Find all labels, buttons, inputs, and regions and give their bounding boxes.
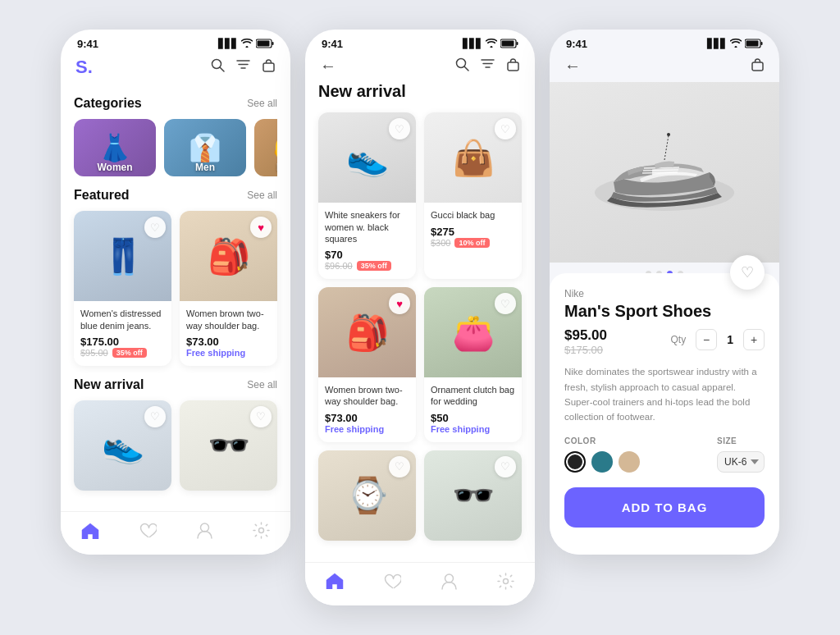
arrival-prod-name-3: Women brown two-way shoulder bag. — [325, 384, 409, 408]
color-label: COLOR — [564, 436, 640, 445]
wishlist-p2-3[interactable]: ♥ — [389, 293, 410, 314]
new-arrival-preview: 👟 ♡ 🕶️ ♡ — [74, 400, 277, 491]
arrival-badge-2: 10% off — [454, 238, 489, 248]
product-name-2: Women brown two-way shoulder bag. — [186, 308, 271, 331]
price-main-2: $73.00 — [186, 336, 219, 348]
app-logo-1: S. — [75, 57, 93, 78]
arrival-price-3: $73.00 — [325, 412, 358, 424]
categories-see-all[interactable]: See all — [247, 98, 277, 109]
arrival-row-3: ⌚ ♡ 🕶️ ♡ — [318, 450, 522, 541]
category-men[interactable]: 👔 Men — [164, 119, 246, 176]
arrival-product-3[interactable]: 🎒 ♥ Women brown two-way shoulder bag. $7… — [318, 287, 416, 442]
filter-icon-2[interactable] — [481, 57, 495, 75]
heart-nav-1[interactable] — [139, 523, 157, 542]
phones-container: 9:41 ▋▋▋ S. — [61, 30, 779, 605]
arrival-product-1[interactable]: 👟 ♡ White sneakers for women w. black sq… — [318, 112, 416, 279]
bag-icon-2[interactable] — [506, 57, 520, 75]
qty-decrease-btn[interactable]: − — [696, 329, 717, 350]
price-old-1: $95.00 — [80, 348, 108, 358]
color-swatch-teal[interactable] — [591, 451, 613, 473]
nav-icons-1 — [211, 58, 276, 76]
svg-line-4 — [220, 67, 224, 71]
heart-nav-2[interactable] — [384, 573, 401, 593]
featured-product-1[interactable]: 👖 ♡ Women's distressed blue denim jeans.… — [74, 211, 171, 366]
settings-nav-1[interactable] — [253, 522, 270, 543]
phone-1: 9:41 ▋▋▋ S. — [61, 30, 290, 555]
arrival-product-5[interactable]: ⌚ ♡ — [318, 450, 416, 541]
arrival-old-price-1: $96.00 — [325, 261, 353, 271]
color-swatch-black[interactable] — [564, 451, 586, 473]
wishlist-p2-5[interactable]: ♡ — [389, 456, 410, 477]
svg-line-29 — [642, 172, 678, 173]
free-shipping-2: Free shipping — [186, 348, 271, 358]
color-swatch-beige[interactable] — [619, 451, 640, 473]
wishlist-detail-btn[interactable]: ♡ — [730, 255, 765, 290]
arrival-price-row-1: $70 — [325, 249, 409, 261]
svg-point-10 — [259, 528, 264, 533]
category-men-label: Men — [164, 158, 246, 176]
svg-line-15 — [464, 66, 468, 71]
arrival-product-2[interactable]: 👜 ♡ Gucci black bag $275 $300 10% off — [424, 112, 522, 279]
qty-row: Qty − 1 + — [671, 329, 765, 350]
back-btn-3[interactable]: ← — [564, 57, 581, 75]
settings-nav-2[interactable] — [497, 573, 514, 594]
wishlist-p2-4[interactable]: ♡ — [495, 293, 516, 314]
new-arrival-preview-2[interactable]: 🕶️ ♡ — [180, 400, 277, 491]
featured-product-2[interactable]: 🎒 ♥ Women brown two-way shoulder bag. $7… — [180, 211, 277, 366]
arrival-old-price-2: $300 — [431, 238, 450, 248]
phone-3: 9:41 ▋▋▋ ← — [550, 30, 779, 555]
signal-icon-2: ▋▋▋ — [463, 39, 482, 49]
svg-point-21 — [504, 578, 509, 583]
qty-increase-btn[interactable]: + — [743, 329, 765, 350]
product-description: Nike dominates the sportswear industry w… — [564, 364, 765, 425]
product-name-1: Women's distressed blue denim jeans. — [80, 308, 165, 331]
arrival-product-4[interactable]: 👛 ♡ Ornament clutch bag for wedding $50 … — [424, 287, 522, 442]
profile-nav-2[interactable] — [441, 573, 457, 594]
arrival-prod-info-1: White sneakers for women w. black square… — [318, 203, 416, 279]
bag-icon-3[interactable] — [751, 57, 765, 75]
status-icons-3: ▋▋▋ — [707, 39, 763, 50]
svg-rect-25 — [752, 62, 763, 71]
new-arrival-see-all-1[interactable]: See all — [247, 379, 277, 391]
categories-row: 👗 Women 👔 Men 👶 Kids — [74, 119, 277, 176]
home-nav-1[interactable] — [81, 523, 99, 543]
arrival-product-6[interactable]: 🕶️ ♡ — [424, 450, 522, 541]
arrival-badge-1: 35% off — [357, 261, 391, 271]
search-icon-1[interactable] — [211, 58, 225, 76]
category-kids[interactable]: 👶 Kids — [254, 119, 277, 176]
product-detail-img — [550, 82, 779, 263]
svg-rect-23 — [746, 40, 759, 46]
wifi-icon-3 — [730, 39, 742, 49]
price-discount-row-1: $95.00 35% off — [80, 348, 165, 358]
new-arrival-preview-1[interactable]: 👟 ♡ — [74, 400, 171, 491]
add-to-bag-button[interactable]: ADD TO BAG — [564, 487, 765, 528]
featured-see-all[interactable]: See all — [247, 190, 277, 201]
featured-title: Featured — [74, 188, 130, 203]
status-bar-3: 9:41 ▋▋▋ — [550, 30, 779, 55]
wishlist-arrival-1[interactable]: ♡ — [144, 406, 166, 427]
status-bar-1: 9:41 ▋▋▋ — [61, 30, 290, 55]
arrival-prod-info-3: Women brown two-way shoulder bag. $73.00… — [318, 377, 416, 442]
nav-icons-3 — [751, 57, 765, 75]
category-kids-label: Kids — [254, 158, 277, 176]
wishlist-p2-6[interactable]: ♡ — [495, 456, 516, 477]
search-icon-2[interactable] — [455, 57, 469, 75]
wishlist-arrival-2[interactable]: ♡ — [250, 406, 272, 427]
bottom-nav-2 — [305, 562, 535, 605]
home-nav-2[interactable] — [326, 573, 344, 593]
filter-icon-1[interactable] — [236, 58, 250, 76]
detail-price: $95.00 — [564, 327, 607, 344]
arrival-price-1: $70 — [325, 249, 343, 261]
profile-nav-1[interactable] — [197, 522, 212, 543]
nav-icons-2 — [455, 57, 520, 75]
back-btn-2[interactable]: ← — [320, 57, 336, 75]
new-arrival-page-title: New arrival — [318, 82, 522, 101]
detail-old-price: $175.00 — [564, 344, 607, 356]
phone-2-content: New arrival 👟 ♡ White sneakers for women… — [305, 82, 535, 561]
arrival-price-row-4: $50 — [431, 412, 515, 424]
size-select[interactable]: UK-5 UK-6 UK-7 UK-8 UK-9 — [717, 451, 765, 473]
arrival-price-4: $50 — [431, 412, 449, 424]
bag-icon-1[interactable] — [262, 58, 276, 76]
status-icons-2: ▋▋▋ — [463, 39, 518, 50]
category-women[interactable]: 👗 Women — [74, 119, 156, 176]
